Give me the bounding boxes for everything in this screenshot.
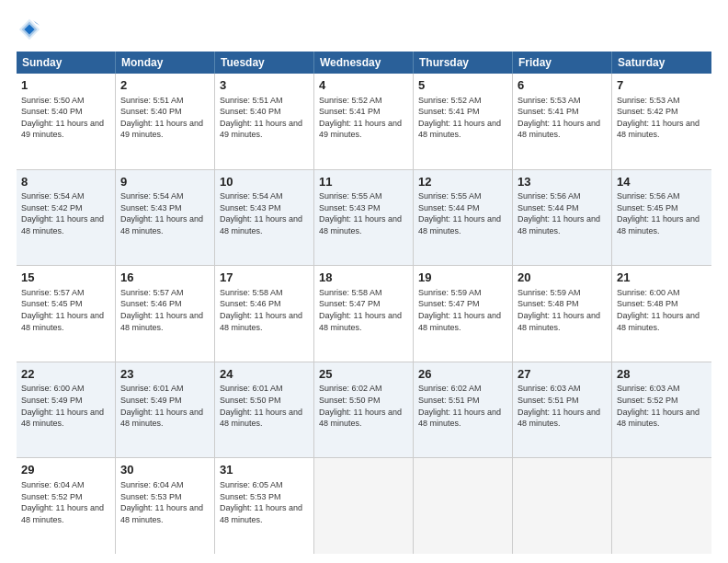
cell-details: Sunrise: 5:54 AMSunset: 5:43 PMDaylight:…: [220, 190, 309, 236]
day-number: 16: [120, 270, 210, 286]
cell-details: Sunrise: 5:58 AMSunset: 5:46 PMDaylight:…: [220, 287, 309, 333]
calendar-week-5: 29Sunrise: 6:04 AMSunset: 5:52 PMDayligh…: [17, 458, 711, 554]
day-number: 29: [21, 462, 110, 478]
calendar-cell-19: 19Sunrise: 5:59 AMSunset: 5:47 PMDayligh…: [414, 266, 513, 362]
cell-details: Sunrise: 5:54 AMSunset: 5:43 PMDaylight:…: [120, 190, 210, 236]
day-number: 11: [319, 174, 408, 190]
day-number: 31: [220, 462, 309, 478]
calendar-cell-11: 11Sunrise: 5:55 AMSunset: 5:43 PMDayligh…: [314, 170, 414, 266]
calendar-cell-24: 24Sunrise: 6:01 AMSunset: 5:50 PMDayligh…: [215, 362, 314, 458]
calendar-cell-empty: [314, 458, 414, 554]
calendar-cell-21: 21Sunrise: 6:00 AMSunset: 5:48 PMDayligh…: [612, 266, 711, 362]
header-monday: Monday: [116, 52, 215, 74]
calendar-week-3: 15Sunrise: 5:57 AMSunset: 5:45 PMDayligh…: [17, 266, 711, 362]
calendar-cell-29: 29Sunrise: 6:04 AMSunset: 5:52 PMDayligh…: [17, 458, 116, 554]
calendar-cell-22: 22Sunrise: 6:00 AMSunset: 5:49 PMDayligh…: [17, 362, 116, 458]
calendar-cell-23: 23Sunrise: 6:01 AMSunset: 5:49 PMDayligh…: [116, 362, 215, 458]
day-number: 22: [21, 366, 110, 383]
day-number: 3: [220, 77, 309, 94]
cell-details: Sunrise: 5:53 AMSunset: 5:41 PMDaylight:…: [518, 95, 607, 141]
calendar-cell-12: 12Sunrise: 5:55 AMSunset: 5:44 PMDayligh…: [414, 170, 513, 266]
calendar-body: 1Sunrise: 5:50 AMSunset: 5:40 PMDaylight…: [17, 74, 711, 554]
header-friday: Friday: [513, 52, 612, 74]
calendar-cell-18: 18Sunrise: 5:58 AMSunset: 5:47 PMDayligh…: [314, 266, 414, 362]
calendar-cell-6: 6Sunrise: 5:53 AMSunset: 5:41 PMDaylight…: [513, 74, 612, 169]
cell-details: Sunrise: 6:00 AMSunset: 5:49 PMDaylight:…: [21, 383, 110, 429]
cell-details: Sunrise: 6:01 AMSunset: 5:50 PMDaylight:…: [220, 383, 309, 429]
calendar-cell-15: 15Sunrise: 5:57 AMSunset: 5:45 PMDayligh…: [17, 266, 116, 362]
day-number: 25: [319, 366, 408, 383]
calendar-cell-2: 2Sunrise: 5:51 AMSunset: 5:40 PMDaylight…: [116, 74, 215, 169]
day-number: 28: [617, 366, 707, 383]
day-number: 13: [518, 174, 607, 190]
day-number: 20: [518, 270, 607, 286]
day-number: 10: [220, 174, 309, 190]
cell-details: Sunrise: 5:56 AMSunset: 5:45 PMDaylight:…: [617, 190, 707, 236]
cell-details: Sunrise: 5:51 AMSunset: 5:40 PMDaylight:…: [120, 95, 210, 141]
day-number: 30: [120, 462, 210, 478]
cell-details: Sunrise: 5:58 AMSunset: 5:47 PMDaylight:…: [319, 287, 408, 333]
cell-details: Sunrise: 6:01 AMSunset: 5:49 PMDaylight:…: [120, 383, 210, 429]
calendar-week-4: 22Sunrise: 6:00 AMSunset: 5:49 PMDayligh…: [17, 362, 711, 459]
logo-icon: [17, 17, 42, 42]
calendar-cell-20: 20Sunrise: 5:59 AMSunset: 5:48 PMDayligh…: [513, 266, 612, 362]
cell-details: Sunrise: 5:55 AMSunset: 5:44 PMDaylight:…: [418, 190, 507, 236]
calendar-cell-30: 30Sunrise: 6:04 AMSunset: 5:53 PMDayligh…: [116, 458, 215, 554]
calendar-cell-empty: [513, 458, 612, 554]
calendar-cell-7: 7Sunrise: 5:53 AMSunset: 5:42 PMDaylight…: [612, 74, 711, 169]
cell-details: Sunrise: 6:02 AMSunset: 5:51 PMDaylight:…: [418, 383, 507, 429]
calendar-week-1: 1Sunrise: 5:50 AMSunset: 5:40 PMDaylight…: [17, 74, 711, 170]
header-saturday: Saturday: [612, 52, 711, 74]
day-number: 5: [418, 77, 507, 94]
calendar-cell-28: 28Sunrise: 6:03 AMSunset: 5:52 PMDayligh…: [612, 362, 711, 458]
day-number: 2: [120, 77, 210, 94]
header-sunday: Sunday: [17, 52, 116, 74]
calendar-cell-4: 4Sunrise: 5:52 AMSunset: 5:41 PMDaylight…: [314, 74, 414, 169]
day-number: 23: [120, 366, 210, 383]
day-number: 1: [21, 77, 110, 94]
cell-details: Sunrise: 5:59 AMSunset: 5:48 PMDaylight:…: [518, 287, 607, 333]
calendar-cell-17: 17Sunrise: 5:58 AMSunset: 5:46 PMDayligh…: [215, 266, 314, 362]
header-thursday: Thursday: [414, 52, 513, 74]
cell-details: Sunrise: 5:56 AMSunset: 5:44 PMDaylight:…: [518, 190, 607, 236]
calendar: Sunday Monday Tuesday Wednesday Thursday…: [17, 52, 711, 554]
cell-details: Sunrise: 5:54 AMSunset: 5:42 PMDaylight:…: [21, 190, 110, 236]
day-number: 19: [418, 270, 507, 286]
day-number: 14: [617, 174, 707, 190]
day-number: 27: [518, 366, 607, 383]
day-number: 24: [220, 366, 309, 383]
cell-details: Sunrise: 5:51 AMSunset: 5:40 PMDaylight:…: [220, 95, 309, 141]
cell-details: Sunrise: 6:03 AMSunset: 5:51 PMDaylight:…: [518, 383, 607, 429]
cell-details: Sunrise: 6:02 AMSunset: 5:50 PMDaylight:…: [319, 383, 408, 429]
calendar-cell-3: 3Sunrise: 5:51 AMSunset: 5:40 PMDaylight…: [215, 74, 314, 169]
day-number: 21: [617, 270, 707, 286]
calendar-header: Sunday Monday Tuesday Wednesday Thursday…: [17, 52, 711, 74]
header-tuesday: Tuesday: [215, 52, 314, 74]
day-number: 4: [319, 77, 408, 94]
header: [17, 17, 711, 42]
calendar-cell-13: 13Sunrise: 5:56 AMSunset: 5:44 PMDayligh…: [513, 170, 612, 266]
calendar-cell-14: 14Sunrise: 5:56 AMSunset: 5:45 PMDayligh…: [612, 170, 711, 266]
day-number: 6: [518, 77, 607, 94]
calendar-cell-empty: [414, 458, 513, 554]
calendar-cell-empty: [612, 458, 711, 554]
day-number: 8: [21, 174, 110, 190]
calendar-cell-25: 25Sunrise: 6:02 AMSunset: 5:50 PMDayligh…: [314, 362, 414, 458]
cell-details: Sunrise: 5:57 AMSunset: 5:46 PMDaylight:…: [120, 287, 210, 333]
day-number: 15: [21, 270, 110, 286]
cell-details: Sunrise: 5:55 AMSunset: 5:43 PMDaylight:…: [319, 190, 408, 236]
day-number: 9: [120, 174, 210, 190]
header-wednesday: Wednesday: [314, 52, 414, 74]
calendar-cell-9: 9Sunrise: 5:54 AMSunset: 5:43 PMDaylight…: [116, 170, 215, 266]
cell-details: Sunrise: 5:59 AMSunset: 5:47 PMDaylight:…: [418, 287, 507, 333]
cell-details: Sunrise: 6:04 AMSunset: 5:52 PMDaylight:…: [21, 479, 110, 525]
day-number: 26: [418, 366, 507, 383]
calendar-week-2: 8Sunrise: 5:54 AMSunset: 5:42 PMDaylight…: [17, 170, 711, 267]
cell-details: Sunrise: 6:03 AMSunset: 5:52 PMDaylight:…: [617, 383, 707, 429]
day-number: 18: [319, 270, 408, 286]
day-number: 17: [220, 270, 309, 286]
cell-details: Sunrise: 6:05 AMSunset: 5:53 PMDaylight:…: [220, 479, 309, 525]
cell-details: Sunrise: 5:53 AMSunset: 5:42 PMDaylight:…: [617, 95, 707, 141]
day-number: 7: [617, 77, 707, 94]
cell-details: Sunrise: 5:50 AMSunset: 5:40 PMDaylight:…: [21, 95, 110, 141]
